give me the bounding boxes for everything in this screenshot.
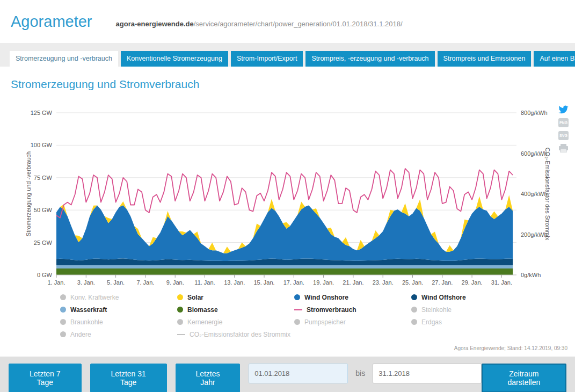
tab-strom-import-export[interactable]: Strom-Import/Export	[231, 51, 303, 67]
axis-label: 0 GW	[37, 272, 53, 278]
axis-label: 15. Jan.	[253, 279, 274, 286]
chart-area: 0 GW25 GW50 GW75 GW100 GW125 GW0g/kWh200…	[0, 91, 575, 287]
legend-item-steinkohle[interactable]: Steinkohle	[411, 306, 528, 314]
breadcrumb: agora-energiewende.de/service/agorameter…	[116, 16, 403, 28]
range-buttons: Letzten 7 TageLetzten 31 TageLetztes Jah…	[9, 364, 249, 392]
axis-label: 800g/kWh	[521, 110, 548, 116]
png-export-icon[interactable]: PNG	[558, 118, 569, 127]
legend-dot-swatch	[60, 294, 66, 300]
credit-text: Agora Energiewende; Stand: 14.12.2019, 0…	[0, 344, 575, 357]
axis-label: 25 GW	[34, 239, 53, 245]
legend-item-kernenergie[interactable]: Kernenergie	[177, 318, 294, 326]
legend-line-swatch	[177, 334, 185, 335]
svg-export-icon[interactable]: SVG	[558, 131, 569, 140]
axis-label: 21. Jan.	[343, 279, 363, 286]
axis-label: 75 GW	[34, 174, 53, 180]
legend-dot-swatch	[60, 307, 66, 313]
axis-label: 0g/kWh	[521, 272, 541, 278]
legend-label: Biomasse	[187, 306, 218, 314]
axis-label: 9. Jan.	[166, 279, 184, 286]
axis-label: 25. Jan.	[402, 279, 423, 286]
legend-item-konv-kraftwerke[interactable]: Konv. Kraftwerke	[60, 294, 177, 301]
right-axis-title: CO₂-Emissionsfaktor des Strommix	[544, 147, 551, 240]
letzten-7-tage-button[interactable]: Letzten 7 Tage	[9, 364, 82, 392]
legend-item-solar[interactable]: Solar	[177, 294, 294, 301]
axis-label: 23. Jan.	[373, 279, 394, 286]
legend-item-wind-onshore[interactable]: Wind Onshore	[294, 294, 411, 301]
date-from-input[interactable]	[249, 364, 348, 383]
legend-item-biomasse[interactable]: Biomasse	[177, 306, 294, 314]
legend: Konv. KraftwerkeWasserkraftBraunkohleAnd…	[0, 287, 575, 344]
legend-dot-swatch	[177, 319, 183, 325]
page-title: Stromerzeugung und Stromverbrauch	[0, 67, 575, 91]
bis-label: bis	[355, 369, 365, 378]
share-rail: PNG SVG	[558, 105, 569, 153]
legend-label: Pumpspeicher	[304, 318, 346, 326]
legend-dot-swatch	[294, 319, 300, 325]
legend-label: Erdgas	[421, 318, 442, 326]
axis-label: 19. Jan.	[313, 279, 334, 286]
legend-dot-swatch	[294, 294, 300, 300]
area-wasserkraft	[56, 265, 513, 268]
area-wind-onshore	[56, 205, 513, 261]
header: Agorameter agora-energiewende.de/service…	[0, 0, 575, 43]
printer-icon[interactable]	[558, 144, 569, 153]
axis-label: 29. Jan.	[462, 279, 483, 286]
zeitraum-darstellen-button[interactable]: Zeitraum darstellen	[482, 364, 566, 392]
date-to-input[interactable]	[373, 364, 482, 383]
legend-dot-swatch	[411, 319, 417, 325]
tab-strompreis-und-emissionen[interactable]: Strompreis und Emissionen	[438, 51, 532, 67]
axis-label: 125 GW	[31, 110, 53, 116]
tab-stromerzeugung-und-verbrauch[interactable]: Stromerzeugung und -verbrauch	[10, 51, 118, 67]
legend-dot-swatch	[177, 307, 183, 313]
legend-column: SolarBiomasseKernenergieCO₂-Emissionsfak…	[177, 294, 294, 343]
legend-label: Kernenergie	[187, 318, 222, 326]
twitter-icon[interactable]	[558, 105, 569, 114]
legend-line-swatch	[294, 309, 302, 310]
tab-konventionelle-stromerzeugung[interactable]: Konventionelle Stromerzeugung	[121, 51, 228, 67]
legend-label: Andere	[70, 331, 91, 338]
axis-label: 100 GW	[31, 142, 53, 148]
axis-label: 11. Jan.	[194, 279, 215, 286]
breadcrumb-path: /service/agorameter/chart/power_generati…	[194, 20, 403, 28]
app-title: Agorameter	[11, 13, 92, 31]
breadcrumb-domain: agora-energiewende.de	[116, 20, 194, 28]
legend-item-co2-emissionsfaktor-des-strommix[interactable]: CO₂-Emissionsfaktor des Strommix	[177, 331, 294, 338]
axis-label: 3. Jan.	[77, 279, 95, 286]
content: Stromerzeugung und Stromverbrauch 0 GW25…	[0, 67, 575, 357]
legend-item-stromverbrauch[interactable]: Stromverbrauch	[294, 306, 411, 314]
legend-label: Stromverbrauch	[307, 306, 356, 314]
axis-label: 7. Jan.	[136, 279, 154, 286]
axis-label: 1. Jan.	[47, 279, 65, 286]
legend-column: Wind OffshoreSteinkohleErdgas	[411, 294, 528, 343]
axis-label: 50 GW	[34, 207, 53, 213]
tab-auf-einen-blick[interactable]: Auf einen Blick	[534, 51, 575, 67]
legend-label: Konv. Kraftwerke	[70, 294, 119, 301]
legend-label: Wind Onshore	[304, 294, 348, 301]
legend-dot-swatch	[411, 294, 417, 300]
legend-item-braunkohle[interactable]: Braunkohle	[60, 318, 177, 326]
axis-label: 400g/kWh	[521, 191, 548, 197]
tab-bar: Stromerzeugung und -verbrauchKonventione…	[0, 43, 575, 67]
axis-label: 27. Jan.	[432, 279, 453, 286]
legend-label: Braunkohle	[70, 318, 103, 326]
legend-label: Steinkohle	[421, 306, 452, 314]
legend-label: Solar	[187, 294, 203, 301]
legend-dot-swatch	[60, 319, 66, 325]
legend-item-pumpspeicher[interactable]: Pumpspeicher	[294, 318, 411, 326]
legend-item-wind-offshore[interactable]: Wind Offshore	[411, 294, 528, 301]
legend-column: Konv. KraftwerkeWasserkraftBraunkohleAnd…	[60, 294, 177, 343]
legend-item-wasserkraft[interactable]: Wasserkraft	[60, 306, 177, 314]
letzten-31-tage-button[interactable]: Letzten 31 Tage	[90, 364, 167, 392]
legend-label: Wasserkraft	[70, 306, 107, 314]
legend-dot-swatch	[177, 294, 183, 300]
legend-item-erdgas[interactable]: Erdgas	[411, 318, 528, 326]
axis-label: 17. Jan.	[283, 279, 304, 286]
tab-strompreis-erzeugung-und-verbrauch[interactable]: Strompreis, -erzeugung und -verbrauch	[305, 51, 434, 67]
legend-column: Wind OnshoreStromverbrauchPumpspeicher	[294, 294, 411, 343]
chart-svg: 0 GW25 GW50 GW75 GW100 GW125 GW0g/kWh200…	[0, 91, 575, 287]
legend-label: Wind Offshore	[421, 294, 466, 301]
legend-item-andere[interactable]: Andere	[60, 331, 177, 338]
letztes-jahr-button[interactable]: Letztes Jahr	[176, 364, 241, 392]
legend-dot-swatch	[411, 307, 417, 313]
